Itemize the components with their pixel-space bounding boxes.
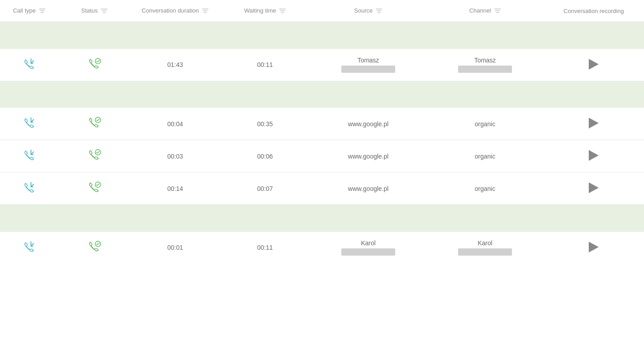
source-redacted-bar <box>341 248 395 256</box>
incoming-call-icon <box>22 124 36 132</box>
duration-cell: 01:43 <box>130 49 220 81</box>
recording-cell <box>543 49 644 81</box>
call-type-filter-icon[interactable] <box>39 8 45 14</box>
source-name: Tomasz <box>357 57 379 64</box>
call-type-cell <box>0 49 58 81</box>
answered-status-icon <box>86 190 102 197</box>
waiting-time-cell: 00:35 <box>220 108 310 140</box>
recording-cell <box>543 232 644 264</box>
play-icon <box>589 59 599 70</box>
source-cell: www.google.pl <box>310 140 427 172</box>
col-status: Status <box>58 0 130 22</box>
source-cell: Karol <box>310 232 427 264</box>
channel-name: organic <box>475 120 495 128</box>
conversation-duration-filter-icon[interactable] <box>202 8 208 14</box>
play-icon <box>589 182 599 193</box>
call-type-cell <box>0 140 58 172</box>
channel-name: organic <box>475 153 495 160</box>
table-row: 00:0400:35www.google.plorganic <box>0 108 644 140</box>
incoming-call-icon <box>22 157 36 164</box>
col-source-label: Source <box>354 7 373 14</box>
status-filter-icon[interactable] <box>101 8 107 14</box>
answered-status-icon <box>86 125 102 133</box>
play-recording-button[interactable] <box>586 239 601 256</box>
waiting-time-cell: 00:07 <box>220 172 310 205</box>
source-cell: Tomasz <box>310 49 427 81</box>
call-log-table: Call type Status Conversation duration <box>0 0 644 264</box>
duration-cell: 00:01 <box>130 232 220 264</box>
call-type-cell <box>0 172 58 205</box>
channel-cell: Tomasz <box>427 49 543 81</box>
status-cell <box>58 140 130 172</box>
col-conversation-recording-label: Conversation recording <box>564 8 624 14</box>
col-channel-label: Channel <box>469 7 491 14</box>
source-name: Karol <box>361 239 376 247</box>
play-recording-button[interactable] <box>586 180 601 197</box>
source-name: www.google.pl <box>348 185 388 192</box>
table-row: 00:0300:06www.google.plorganic <box>0 140 644 172</box>
channel-cell: organic <box>427 140 543 172</box>
channel-redacted-bar <box>458 66 512 73</box>
answered-status-icon <box>86 249 102 256</box>
table-header-row: Call type Status Conversation duration <box>0 0 644 22</box>
col-call-type-label: Call type <box>13 7 36 14</box>
svg-line-26 <box>31 243 34 246</box>
answered-status-icon <box>86 66 102 74</box>
table-row: 01:4300:11TomaszTomasz <box>0 49 644 81</box>
answered-status-icon <box>86 158 102 165</box>
source-redacted-bar <box>341 66 395 73</box>
col-call-type: Call type <box>0 0 58 22</box>
waiting-time-cell: 00:11 <box>220 49 310 81</box>
waiting-time-cell: 00:11 <box>220 232 310 264</box>
source-filter-icon[interactable] <box>376 8 382 14</box>
play-icon <box>589 118 599 128</box>
source-name: www.google.pl <box>348 120 388 128</box>
status-cell <box>58 49 130 81</box>
table-row: 00:1400:07www.google.plorganic <box>0 172 644 205</box>
call-type-cell <box>0 232 58 264</box>
play-icon <box>589 242 599 252</box>
col-conversation-duration: Conversation duration <box>130 0 220 22</box>
col-status-label: Status <box>81 7 98 14</box>
incoming-call-icon <box>22 189 36 196</box>
channel-cell: organic <box>427 108 543 140</box>
recording-cell <box>543 172 644 205</box>
waiting-time-cell: 00:06 <box>220 140 310 172</box>
col-conversation-recording: Conversation recording <box>543 0 644 22</box>
incoming-call-icon <box>22 248 36 256</box>
duration-cell: 00:04 <box>130 108 220 140</box>
group-row <box>0 22 644 49</box>
col-channel: Channel <box>427 0 543 22</box>
col-source: Source <box>310 0 427 22</box>
table-row: 00:0100:11KarolKarol <box>0 232 644 264</box>
waiting-time-filter-icon[interactable] <box>279 8 286 14</box>
channel-redacted-bar <box>458 248 512 256</box>
recording-cell <box>543 108 644 140</box>
col-waiting-time-label: Waiting time <box>244 7 276 14</box>
play-recording-button[interactable] <box>586 147 601 165</box>
status-cell <box>58 108 130 140</box>
recording-cell <box>543 140 644 172</box>
source-name: www.google.pl <box>348 153 388 160</box>
play-icon <box>589 150 599 161</box>
play-recording-button[interactable] <box>586 115 601 133</box>
col-conversation-duration-label: Conversation duration <box>142 7 199 14</box>
col-waiting-time: Waiting time <box>220 0 310 22</box>
status-cell <box>58 172 130 205</box>
channel-cell: organic <box>427 172 543 205</box>
channel-name: Tomasz <box>474 57 496 64</box>
duration-cell: 00:14 <box>130 172 220 205</box>
channel-cell: Karol <box>427 232 543 264</box>
source-cell: www.google.pl <box>310 108 427 140</box>
source-cell: www.google.pl <box>310 172 427 205</box>
status-cell <box>58 232 130 264</box>
duration-cell: 00:03 <box>130 140 220 172</box>
call-type-cell <box>0 108 58 140</box>
channel-name: Karol <box>478 239 493 247</box>
group-row <box>0 81 644 108</box>
incoming-call-icon <box>22 66 36 73</box>
play-recording-button[interactable] <box>586 56 601 74</box>
group-row <box>0 205 644 232</box>
channel-filter-icon[interactable] <box>494 8 501 14</box>
channel-name: organic <box>475 185 495 192</box>
